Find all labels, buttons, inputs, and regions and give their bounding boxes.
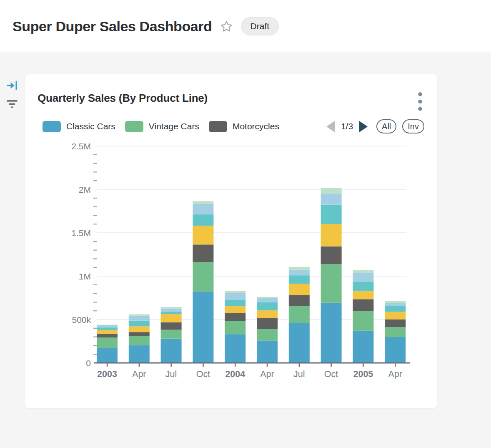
bar-segment[interactable] bbox=[129, 332, 150, 336]
bar-segment[interactable] bbox=[193, 244, 213, 262]
bar-segment[interactable] bbox=[225, 313, 246, 321]
bar-segment[interactable] bbox=[289, 270, 310, 276]
kebab-menu-icon[interactable] bbox=[418, 92, 423, 111]
bar-segment[interactable] bbox=[257, 340, 278, 363]
svg-text:500k: 500k bbox=[72, 315, 91, 325]
bar-segment[interactable] bbox=[161, 322, 182, 330]
svg-text:1M: 1M bbox=[79, 272, 91, 281]
bar-segment[interactable] bbox=[161, 339, 182, 363]
sidebar-rail bbox=[0, 74, 24, 109]
bar-segment[interactable] bbox=[129, 316, 150, 321]
chart-card: 0500k1M1.5M2M2.5M2003AprJulOct2004AprJul… bbox=[25, 74, 437, 408]
bar-segment[interactable] bbox=[97, 325, 118, 325]
page-indicator: 1/3 bbox=[341, 121, 353, 131]
legend-item[interactable]: Motorcycles bbox=[209, 121, 279, 132]
bar-segment[interactable] bbox=[97, 337, 118, 348]
bar-segment[interactable] bbox=[257, 318, 278, 329]
svg-text:2005: 2005 bbox=[353, 369, 373, 379]
bar-segment[interactable] bbox=[97, 327, 118, 330]
bar-segment[interactable] bbox=[289, 306, 310, 323]
bar-segment[interactable] bbox=[353, 270, 373, 273]
bar-segment[interactable] bbox=[225, 334, 246, 363]
svg-text:2M: 2M bbox=[79, 185, 91, 194]
bar-segment[interactable] bbox=[97, 348, 118, 363]
bar-segment[interactable] bbox=[257, 297, 278, 298]
collapse-right-icon[interactable] bbox=[6, 80, 18, 91]
bar-segment[interactable] bbox=[353, 331, 373, 363]
bar-segment[interactable] bbox=[97, 325, 118, 327]
bar-segment[interactable] bbox=[193, 214, 213, 226]
svg-text:Apr: Apr bbox=[388, 369, 402, 379]
legend-row: Classic CarsVintage CarsMotorcycles 1/3 … bbox=[25, 119, 437, 133]
bar-segment[interactable] bbox=[193, 204, 213, 214]
page-title: Super Duper Sales Dashboard bbox=[13, 18, 212, 35]
bar-segment[interactable] bbox=[385, 337, 406, 363]
bar-segment[interactable] bbox=[129, 326, 150, 332]
bar-segment[interactable] bbox=[385, 301, 406, 303]
invert-selection-button[interactable]: Inv bbox=[402, 119, 424, 133]
bar-segment[interactable] bbox=[257, 298, 278, 302]
legend-item[interactable]: Vintage Cars bbox=[125, 121, 199, 132]
bar-segment[interactable] bbox=[161, 314, 182, 322]
bar-segment[interactable] bbox=[161, 330, 182, 339]
bar-segment[interactable] bbox=[353, 273, 373, 282]
filter-icon[interactable] bbox=[6, 100, 18, 109]
bar-segment[interactable] bbox=[97, 330, 118, 334]
bar-segment[interactable] bbox=[129, 315, 150, 316]
bar-segment[interactable] bbox=[353, 291, 373, 299]
bar-segment[interactable] bbox=[193, 201, 213, 204]
bar-segment[interactable] bbox=[353, 299, 373, 311]
svg-text:2004: 2004 bbox=[225, 369, 245, 379]
bar-segment[interactable] bbox=[321, 188, 342, 194]
bar-segment[interactable] bbox=[385, 327, 406, 337]
bar-segment[interactable] bbox=[225, 321, 246, 334]
bar-segment[interactable] bbox=[385, 306, 406, 312]
bar-segment[interactable] bbox=[353, 282, 373, 292]
bar-segment[interactable] bbox=[161, 307, 182, 308]
bar-segment[interactable] bbox=[225, 293, 246, 300]
bar-segment[interactable] bbox=[257, 310, 278, 318]
bar-segment[interactable] bbox=[193, 262, 213, 292]
bar-segment[interactable] bbox=[385, 303, 406, 306]
bar-segment[interactable] bbox=[193, 292, 213, 363]
bar-segment[interactable] bbox=[225, 300, 246, 306]
select-all-button[interactable]: All bbox=[376, 119, 396, 133]
legend-swatch-icon bbox=[209, 121, 227, 132]
bar-segment[interactable] bbox=[321, 194, 342, 205]
bar-segment[interactable] bbox=[97, 334, 118, 337]
svg-text:Jul: Jul bbox=[293, 369, 305, 379]
bar-segment[interactable] bbox=[257, 302, 278, 310]
bar-segment[interactable] bbox=[321, 205, 342, 224]
favorite-star-icon[interactable] bbox=[220, 20, 233, 33]
svg-text:1.5M: 1.5M bbox=[71, 228, 91, 238]
bar-segment[interactable] bbox=[129, 345, 150, 363]
bar-segment[interactable] bbox=[385, 320, 406, 327]
bar-segment[interactable] bbox=[289, 275, 310, 284]
bar-segment[interactable] bbox=[289, 284, 310, 295]
bar-segment[interactable] bbox=[161, 312, 182, 314]
legend-swatch-icon bbox=[125, 121, 143, 132]
bar-segment[interactable] bbox=[289, 323, 310, 363]
bar-segment[interactable] bbox=[353, 311, 373, 331]
triangle-right-icon[interactable] bbox=[359, 121, 368, 132]
bar-segment[interactable] bbox=[161, 308, 182, 312]
bar-segment[interactable] bbox=[289, 295, 310, 306]
bar-segment[interactable] bbox=[385, 312, 406, 319]
bar-segment[interactable] bbox=[289, 267, 310, 270]
chart-title: Quarterly Sales (By Product Line) bbox=[38, 92, 208, 105]
bar-segment[interactable] bbox=[321, 264, 342, 302]
bar-segment[interactable] bbox=[321, 303, 342, 363]
bar-segment[interactable] bbox=[129, 336, 150, 345]
bar-segment[interactable] bbox=[321, 247, 342, 264]
bar-segment[interactable] bbox=[321, 224, 342, 247]
legend-item[interactable]: Classic Cars bbox=[43, 121, 115, 132]
bar-segment[interactable] bbox=[225, 306, 246, 313]
bar-segment[interactable] bbox=[129, 321, 150, 327]
bar-segment[interactable] bbox=[193, 226, 213, 244]
workspace: 0500k1M1.5M2M2.5M2003AprJulOct2004AprJul… bbox=[0, 53, 491, 448]
triangle-left-icon[interactable] bbox=[326, 121, 335, 132]
svg-text:2.5M: 2.5M bbox=[71, 141, 91, 151]
bar-segment[interactable] bbox=[257, 329, 278, 340]
legend-swatch-icon bbox=[43, 121, 61, 132]
bar-segment[interactable] bbox=[225, 291, 246, 293]
